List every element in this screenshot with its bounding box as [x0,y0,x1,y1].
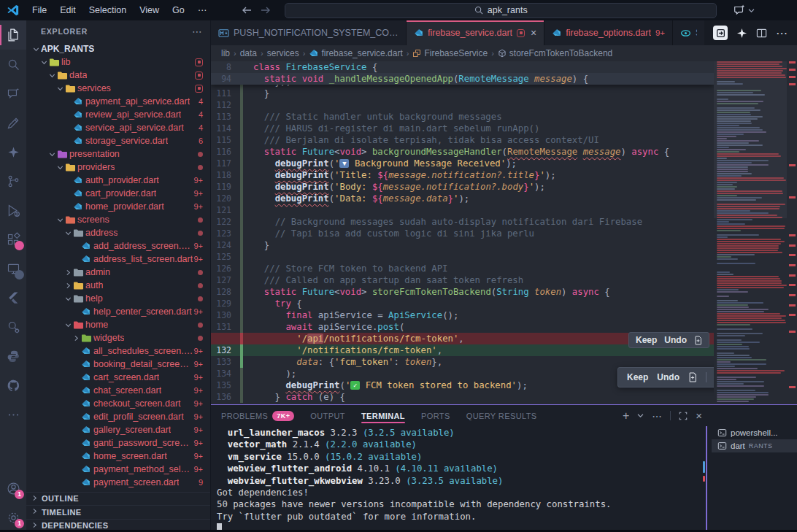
tree-item-booking_detail_screen.dart[interactable]: booking_detail_screen.dart9+ [26,358,210,371]
tree-item-help[interactable]: help [26,292,210,305]
tree-item-presentation[interactable]: presentation [26,147,210,161]
menu-[interactable]: ⋯ [191,0,214,20]
tree-item-lib[interactable]: lib [26,55,210,69]
section-outline[interactable]: OUTLINE [26,492,210,506]
undo-button[interactable]: Undo [664,335,687,345]
breadcrumb-services[interactable]: services [267,48,299,58]
tree-item-storage_service.dart[interactable]: storage_service.dart6 [26,134,210,147]
tree-item-gallery_screen.dart[interactable]: gallery_screen.dart9+ [26,423,210,436]
activity-more-icon[interactable] [0,400,26,429]
tree-item-review_api_service.dart[interactable]: review_api_service.dart4 [26,108,210,121]
chevron-down-icon[interactable] [55,216,65,224]
terminal-command-decoration[interactable] [703,461,705,473]
section-timeline[interactable]: TIMELINE [26,505,210,519]
tree-item-home_screen.dart[interactable]: home_screen.dart9+ [26,450,210,463]
panel-tab-terminal[interactable]: TERMINAL [361,405,405,426]
tree-item-service_api_service.dart[interactable]: service_api_service.dart4 [26,121,210,134]
tree-item-chat_screen.dart[interactable]: chat_screen.dart9+ [26,384,210,397]
undo-button-2[interactable]: Undo [657,372,679,382]
panel-tab-ports[interactable]: PORTS [421,405,450,426]
tree-item-data[interactable]: data [26,69,210,82]
tree-item-APK_RANTS[interactable]: APK_RANTS [26,42,210,55]
terminal-item-dart[interactable]: dartRANTS [712,439,797,452]
keep-button[interactable]: Keep [636,335,657,345]
tree-item-home[interactable]: home [26,318,210,331]
tab-close-icon[interactable]: × [531,27,536,39]
sparkle-action-icon[interactable] [736,28,747,39]
close-panel-icon[interactable]: × [696,409,702,422]
chevron-right-icon[interactable] [63,269,73,277]
breadcrumb-data[interactable]: data [240,48,257,58]
tab-firebase_options.dart[interactable]: firebase_options.dart9+ [544,20,673,45]
terminal-output[interactable]: url_launcher_macos 3.2.3 (3.2.5 availabl… [211,428,706,532]
terminal-profile-chevron-icon[interactable] [637,413,644,418]
activity-sparkle-icon[interactable] [0,137,26,166]
chevron-down-icon[interactable] [39,58,49,66]
command-center-search[interactable]: apk_rants [285,3,717,18]
menu-go[interactable]: Go [166,0,191,20]
section-dependencies[interactable]: DEPENDENCIES [26,519,210,532]
keep-button-2[interactable]: Keep [627,372,648,382]
activity-search-icon[interactable] [0,50,26,79]
explorer-more-actions-icon[interactable]: ⋯ [192,26,203,37]
activity-settings-icon[interactable]: 1 [0,503,26,532]
breadcrumb-storeFcmTokenToBackend[interactable]: storeFcmTokenToBackend [498,48,612,58]
chevron-down-icon[interactable] [63,321,73,329]
activity-github-icon[interactable] [0,371,26,400]
tree-item-services[interactable]: services [26,82,210,95]
tree-item-auth[interactable]: auth [26,279,210,292]
chevron-down-icon[interactable] [47,150,57,158]
panel-more-actions-icon[interactable]: ⋯ [652,410,662,422]
minimap[interactable] [714,61,787,404]
tab-PUSH_NOTIFICATION_SYSTEM_COMPLETE.md[interactable]: PUSH_NOTIFICATION_SYSTEM_COMPLETE.md [211,20,407,45]
activity-extensions-icon[interactable] [0,225,26,254]
tree-item-ganti_password_screen.dart[interactable]: ganti_password_screen.dart9+ [26,436,210,450]
activity-search-gear-icon[interactable] [0,312,26,342]
terminal-item-powershell[interactable]: powershell... [712,426,797,439]
tab-SendRentalExpiryN[interactable]: SendRentalExpiryN [673,20,704,45]
tree-item-payment_api_service.dart[interactable]: payment_api_service.dart4 [26,95,210,108]
more-actions-icon[interactable]: ⋯ [776,26,788,40]
panel-tab-output[interactable]: OUTPUT [310,405,345,426]
activity-edit-session-icon[interactable] [0,108,26,137]
chevron-right-icon[interactable] [71,334,81,342]
activity-flutter-icon[interactable] [0,283,26,312]
breadcrumb-lib[interactable]: lib [221,48,230,58]
tree-item-all_schedules_screen.dart[interactable]: all_schedules_screen.dart9+ [26,344,210,358]
tree-item-help_center_screen.dart[interactable]: help_center_screen.dart9+ [26,305,210,318]
breadcrumb-firebase_service.dart[interactable]: firebase_service.dart [309,48,402,58]
terminal-list-separator[interactable] [706,426,707,532]
open-changes-icon[interactable] [713,26,728,40]
activity-explorer-icon[interactable] [0,20,26,50]
menu-edit[interactable]: Edit [53,0,82,20]
activity-python-icon[interactable] [0,342,26,371]
menu-file[interactable]: File [26,0,53,20]
activity-source-control-icon[interactable] [0,166,26,196]
chevron-down-icon[interactable] [55,163,65,171]
menu-selection[interactable]: Selection [82,0,133,20]
breadcrumb-FirebaseService[interactable]: FirebaseService [412,48,488,58]
split-editor-icon[interactable] [756,28,767,39]
tree-item-edit_profil_screen.dart[interactable]: edit_profil_screen.dart9+ [26,410,210,423]
chevron-right-icon[interactable] [63,282,73,290]
activity-chat-icon[interactable] [0,79,26,108]
tree-item-checkout_screen.dart[interactable]: checkout_screen.dart9+ [26,397,210,410]
tree-item-screens[interactable]: screens [26,213,210,226]
chevron-down-icon[interactable] [63,229,73,237]
chevron-down-icon[interactable] [55,85,65,93]
tab-firebase_service.dart[interactable]: firebase_service.dart× [407,20,544,45]
back-arrow-icon[interactable] [241,5,253,15]
code-editor[interactable]: 110 });111 }112113 /// Static handler un… [211,61,797,404]
chevron-down-icon[interactable] [31,45,41,53]
tree-item-address_list_screen.dart[interactable]: address_list_screen.dart9+ [26,252,210,266]
panel-tab-problems[interactable]: PROBLEMS7K+ [221,405,294,426]
terminal-command-decoration-error[interactable] [703,476,705,482]
forward-arrow-icon[interactable] [260,5,272,15]
tree-item-payment_method_selection_...[interactable]: payment_method_selection_...9+ [26,463,210,476]
activity-remote-icon[interactable] [0,254,26,283]
activity-debug-icon[interactable] [0,196,26,225]
maximize-panel-icon[interactable] [679,412,688,420]
copilot-menu-button[interactable] [733,4,755,17]
tree-item-add_address_screen.dart[interactable]: add_address_screen.dart9+ [26,239,210,252]
tree-item-auth_provider.dart[interactable]: auth_provider.dart9+ [26,174,210,187]
